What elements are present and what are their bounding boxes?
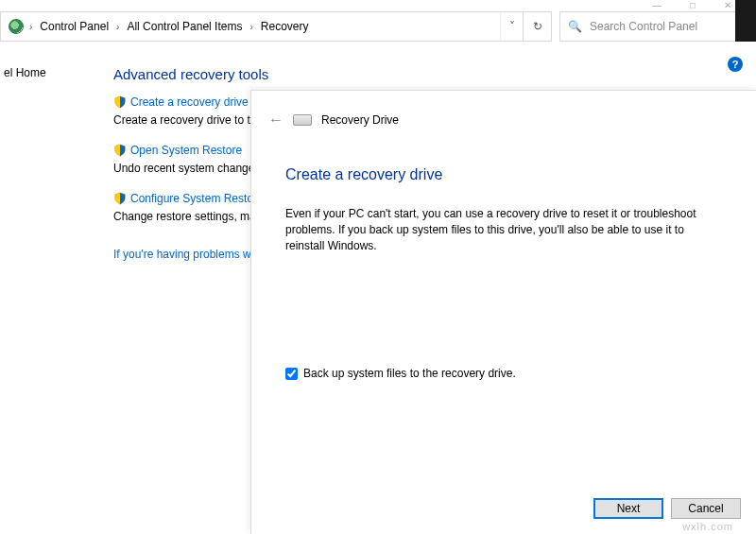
- drive-icon: [293, 114, 312, 126]
- page-heading: Advanced recovery tools: [113, 66, 747, 82]
- address-bar[interactable]: › Control Panel › All Control Panel Item…: [0, 11, 552, 42]
- link-open-system-restore[interactable]: Open System Restore: [113, 144, 242, 157]
- recovery-drive-wizard: ← Recovery Drive Create a recovery drive…: [250, 90, 756, 534]
- tool-link-label: Create a recovery drive: [130, 95, 249, 109]
- backup-checkbox-row[interactable]: Back up system files to the recovery dri…: [285, 367, 722, 380]
- breadcrumb-all-items[interactable]: All Control Panel Items: [125, 18, 244, 35]
- link-create-recovery-drive[interactable]: Create a recovery drive: [113, 95, 249, 109]
- control-panel-icon: [9, 19, 24, 34]
- backup-checkbox-label: Back up system files to the recovery dri…: [303, 367, 516, 380]
- search-placeholder: Search Control Panel: [590, 20, 697, 33]
- wizard-title: Recovery Drive: [321, 113, 399, 127]
- close-icon[interactable]: ✕: [724, 0, 731, 11]
- search-input[interactable]: 🔍 Search Control Panel: [559, 11, 748, 42]
- wizard-heading: Create a recovery drive: [285, 166, 722, 183]
- wizard-paragraph: Even if your PC can't start, you can use…: [285, 206, 701, 253]
- breadcrumb-recovery[interactable]: Recovery: [259, 18, 311, 35]
- shield-icon: [113, 192, 127, 205]
- tool-link-label: Configure System Restore: [130, 192, 264, 205]
- chevron-right-icon[interactable]: ›: [112, 22, 123, 32]
- breadcrumb-control-panel[interactable]: Control Panel: [38, 18, 111, 35]
- chevron-right-icon[interactable]: ›: [26, 22, 36, 32]
- shield-icon: [113, 95, 127, 109]
- window-controls: — □ ✕: [618, 0, 731, 11]
- next-button[interactable]: Next: [593, 498, 663, 519]
- link-configure-system-restore[interactable]: Configure System Restore: [113, 192, 264, 205]
- sidebar: el Home: [0, 57, 57, 79]
- chevron-right-icon[interactable]: ›: [246, 22, 256, 32]
- search-icon: 🔍: [568, 20, 582, 33]
- back-button[interactable]: ←: [268, 112, 284, 129]
- cancel-button[interactable]: Cancel: [671, 498, 741, 519]
- tool-link-label: Open System Restore: [130, 144, 242, 157]
- wizard-header: ← Recovery Drive: [251, 91, 756, 138]
- sidebar-home-link[interactable]: el Home: [4, 57, 57, 79]
- address-dropdown[interactable]: ˅: [500, 12, 523, 41]
- breadcrumb: › Control Panel › All Control Panel Item…: [1, 18, 500, 35]
- refresh-button[interactable]: ↻: [523, 12, 551, 41]
- wizard-body: Create a recovery drive Even if your PC …: [251, 138, 756, 380]
- maximize-icon[interactable]: □: [690, 0, 696, 11]
- background-strip: [735, 0, 756, 42]
- link-troubleshoot[interactable]: If you're having problems wi: [113, 248, 253, 261]
- wizard-footer: Next Cancel: [593, 498, 741, 519]
- shield-icon: [113, 144, 127, 157]
- backup-checkbox[interactable]: [285, 368, 298, 380]
- minimize-icon[interactable]: —: [652, 0, 662, 11]
